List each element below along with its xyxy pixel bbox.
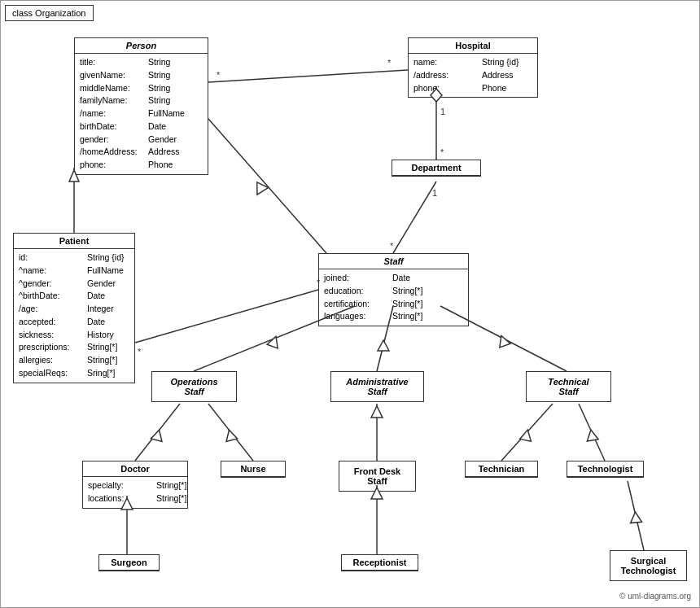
class-operations-staff: OperationsStaff <box>151 371 237 402</box>
class-technician: Technician <box>465 461 538 478</box>
uml-diagram: class Organization Person title:String g… <box>0 0 700 608</box>
svg-marker-35 <box>630 511 642 523</box>
class-doctor: Doctor specialty:String[*] locations:Str… <box>82 461 188 509</box>
operations-staff-title: OperationsStaff <box>152 372 236 401</box>
title-text: class Organization <box>12 8 86 18</box>
svg-line-36 <box>135 290 318 343</box>
svg-line-0 <box>208 70 408 82</box>
surgical-tech-title: SurgicalTechnologist <box>610 551 686 580</box>
svg-marker-19 <box>496 334 510 348</box>
staff-title: Staff <box>319 254 468 269</box>
doctor-attrs: specialty:String[*] locations:String[*] <box>83 477 187 508</box>
technician-title: Technician <box>466 461 537 477</box>
svg-line-26 <box>501 404 553 461</box>
class-administrative-staff: AdministrativeStaff <box>330 371 424 402</box>
surgeon-title: Surgeon <box>99 555 159 571</box>
class-technical-staff: TechnicalStaff <box>526 371 611 402</box>
svg-marker-27 <box>520 429 533 442</box>
hospital-attrs: name:String {id} /address:Address phone:… <box>409 54 537 97</box>
svg-marker-21 <box>151 428 164 441</box>
admin-staff-title: AdministrativeStaff <box>331 372 423 401</box>
class-hospital: Hospital name:String {id} /address:Addre… <box>408 37 538 98</box>
svg-marker-23 <box>224 428 238 441</box>
staff-attrs: joined:Date education:String[*] certific… <box>319 269 468 326</box>
svg-line-12 <box>208 119 326 253</box>
class-nurse: Nurse <box>221 461 286 478</box>
svg-text:*: * <box>138 347 142 356</box>
copyright: © uml-diagrams.org <box>619 592 691 601</box>
svg-marker-15 <box>267 335 282 348</box>
svg-text:*: * <box>217 70 221 80</box>
diagram-title: class Organization <box>5 5 94 21</box>
receptionist-title: Receptionist <box>342 555 418 571</box>
svg-marker-13 <box>252 179 268 195</box>
technical-staff-title: TechnicalStaff <box>527 372 610 401</box>
class-front-desk-staff: Front DeskStaff <box>339 461 416 492</box>
svg-line-20 <box>135 404 180 461</box>
svg-text:*: * <box>387 58 392 68</box>
svg-line-34 <box>628 481 644 550</box>
department-title: Department <box>392 160 480 176</box>
patient-title: Patient <box>14 234 134 249</box>
technologist-title: Technologist <box>567 461 643 477</box>
svg-text:1: 1 <box>440 107 445 116</box>
svg-marker-29 <box>585 429 598 441</box>
class-technologist: Technologist <box>567 461 644 478</box>
svg-line-28 <box>579 404 605 461</box>
svg-marker-17 <box>378 340 389 351</box>
hospital-title: Hospital <box>409 38 537 54</box>
class-staff: Staff joined:Date education:String[*] ce… <box>318 253 469 326</box>
svg-text:1: 1 <box>432 188 437 198</box>
person-attrs: title:String givenName:String middleName… <box>75 54 208 174</box>
svg-marker-25 <box>371 406 383 418</box>
class-surgical-technologist: SurgicalTechnologist <box>610 550 687 581</box>
person-title: Person <box>75 38 208 54</box>
nurse-title: Nurse <box>221 461 285 477</box>
front-desk-title: Front DeskStaff <box>339 461 415 491</box>
doctor-title: Doctor <box>83 461 187 477</box>
svg-text:*: * <box>440 147 444 157</box>
class-person: Person title:String givenName:String mid… <box>74 37 208 175</box>
class-patient: Patient id:String {id} ^name:FullName ^g… <box>13 233 135 383</box>
svg-line-7 <box>393 182 436 253</box>
svg-line-22 <box>208 404 253 461</box>
class-receptionist: Receptionist <box>341 554 418 571</box>
patient-attrs: id:String {id} ^name:FullName ^gender:Ge… <box>14 249 134 383</box>
svg-text:*: * <box>390 241 394 251</box>
class-department: Department <box>392 160 481 177</box>
class-surgeon: Surgeon <box>98 554 160 571</box>
